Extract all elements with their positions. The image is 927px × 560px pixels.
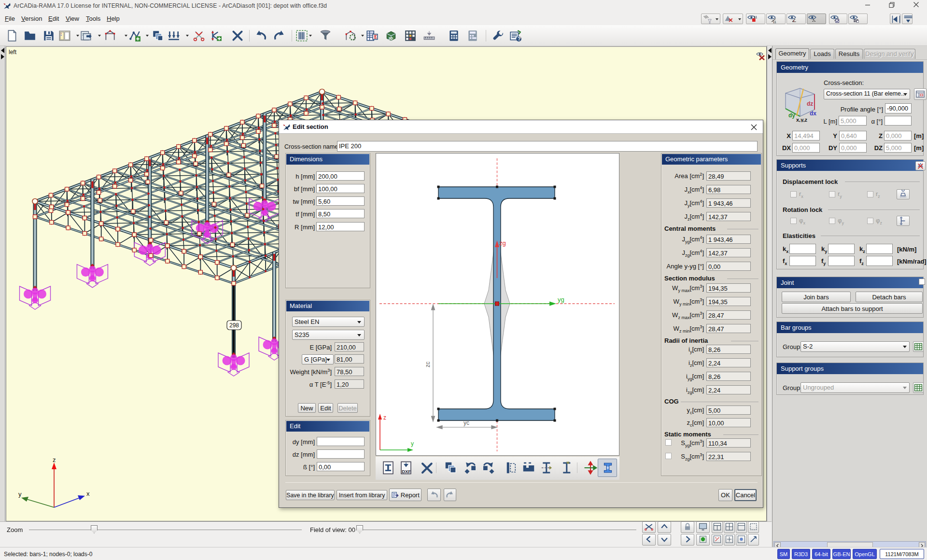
svg-text:z: z (53, 456, 56, 463)
svg-text:dy: dy (788, 112, 795, 119)
svg-text:dx: dx (810, 110, 816, 117)
svg-text:zg: zg (499, 239, 506, 247)
svg-text:yg: yg (558, 296, 564, 303)
svg-text:x,y,z: x,y,z (796, 117, 808, 122)
svg-text:yc: yc (464, 420, 469, 426)
svg-text:x: x (86, 490, 90, 497)
svg-text:y: y (18, 490, 22, 498)
svg-text:dz: dz (807, 100, 813, 107)
svg-text:298: 298 (229, 322, 239, 329)
svg-text:zc: zc (424, 362, 431, 367)
svg-text:DXF: DXF (402, 469, 411, 474)
svg-text:11: 11 (773, 20, 776, 24)
svg-text:?: ? (518, 36, 521, 42)
svg-text:11: 11 (754, 15, 757, 19)
svg-text:y: y (411, 440, 414, 447)
svg-text:z: z (383, 414, 386, 421)
svg-text:3D: 3D (389, 36, 393, 41)
